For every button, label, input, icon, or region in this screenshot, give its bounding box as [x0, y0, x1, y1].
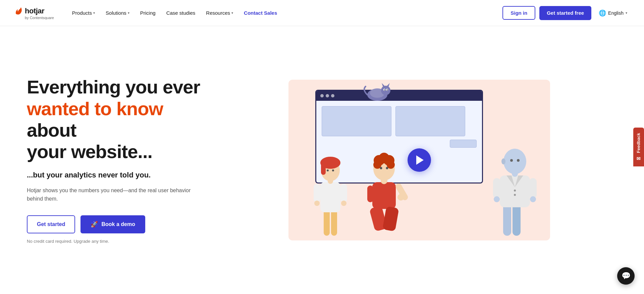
language-chevron-icon: ▾ [626, 11, 627, 15]
svg-point-42 [514, 190, 516, 192]
svg-rect-10 [331, 209, 337, 236]
svg-point-20 [314, 201, 320, 206]
character-bald [493, 139, 537, 240]
character-sitter [359, 145, 409, 240]
svg-rect-15 [321, 161, 326, 175]
globe-icon: 🌐 [599, 9, 606, 17]
rocket-icon: 🚀 [91, 221, 98, 228]
svg-point-45 [503, 149, 526, 174]
browser-dot-2 [326, 94, 329, 97]
nav-pricing[interactable]: Pricing [136, 7, 160, 18]
browser-bar [316, 91, 482, 101]
browser-row-1 [322, 106, 477, 136]
svg-point-7 [384, 89, 385, 90]
nav-resources[interactable]: Resources ▾ [201, 7, 238, 18]
character-woman [309, 145, 352, 240]
svg-point-46 [510, 159, 513, 162]
sign-in-button[interactable]: Sign in [502, 6, 535, 20]
hero-headline-highlight: wanted to know [27, 98, 163, 119]
browser-fake-btn [450, 140, 477, 148]
svg-rect-38 [513, 204, 521, 236]
svg-rect-50 [529, 178, 537, 198]
svg-rect-9 [324, 209, 330, 236]
svg-point-31 [386, 167, 388, 169]
play-button[interactable] [408, 148, 431, 172]
browser-block-2 [395, 106, 465, 136]
hero-content: Everything you ever wanted to know about… [27, 76, 221, 244]
svg-point-17 [332, 169, 334, 171]
svg-point-52 [530, 196, 536, 202]
hotjar-logo-icon [13, 6, 23, 16]
svg-marker-4 [386, 83, 390, 87]
navbar: hotjar by Contentsquare Products ▾ Solut… [0, 0, 644, 26]
play-triangle-icon [416, 155, 424, 165]
logo[interactable]: hotjar by Contentsquare [13, 6, 54, 20]
svg-point-43 [514, 194, 516, 196]
nav-case-studies[interactable]: Case studies [162, 7, 200, 18]
cat-illustration [362, 83, 392, 104]
no-credit-text: No credit card required. Upgrade any tim… [27, 239, 208, 244]
svg-rect-36 [367, 186, 373, 202]
chat-icon: 💬 [622, 272, 631, 280]
svg-point-35 [397, 194, 404, 201]
illustration-container [288, 80, 550, 240]
solutions-chevron-icon: ▾ [128, 11, 129, 15]
logo-brand-text: hotjar [25, 7, 44, 15]
hero-illustration [221, 80, 617, 240]
logo-sub-text: by Contentsquare [25, 16, 54, 20]
hero-section: Everything you ever wanted to know about… [0, 26, 644, 294]
hero-headline: Everything you ever wanted to know about… [27, 76, 208, 163]
get-started-button[interactable]: Get started free [539, 6, 591, 20]
nav-products[interactable]: Products ▾ [67, 7, 100, 18]
browser-dot-3 [331, 94, 334, 97]
svg-point-30 [380, 167, 382, 169]
browser-block-1 [322, 106, 391, 136]
svg-rect-18 [314, 184, 320, 202]
nav-solutions[interactable]: Solutions ▾ [101, 7, 134, 18]
svg-rect-11 [320, 182, 340, 212]
hero-description: Hotjar shows you the numbers you need—an… [27, 186, 208, 203]
svg-point-8 [387, 89, 388, 90]
hero-cta-buttons: Get started 🚀 Book a demo [27, 215, 208, 233]
svg-point-2 [381, 86, 390, 95]
nav-links: Products ▾ Solutions ▾ Pricing Case stud… [67, 7, 502, 19]
resources-chevron-icon: ▾ [231, 11, 233, 15]
language-selector[interactable]: 🌐 English ▾ [595, 7, 631, 19]
feedback-tab[interactable]: ✉ Feedback [633, 128, 644, 166]
svg-point-47 [517, 159, 520, 162]
nav-contact-sales[interactable]: Contact Sales [239, 7, 282, 19]
chat-bubble-button[interactable]: 💬 [617, 267, 635, 285]
svg-point-51 [494, 196, 500, 202]
svg-rect-22 [372, 182, 396, 209]
hero-subheadline: ...but your analytics never told you. [27, 171, 208, 179]
svg-rect-19 [340, 184, 347, 202]
browser-dot-1 [320, 94, 324, 97]
hero-book-demo-button[interactable]: 🚀 Book a demo [80, 215, 145, 233]
nav-right-actions: Sign in Get started free 🌐 English ▾ [502, 6, 631, 20]
svg-marker-3 [382, 83, 385, 87]
hero-get-started-button[interactable]: Get started [27, 215, 75, 233]
svg-rect-49 [493, 178, 500, 198]
products-chevron-icon: ▾ [93, 11, 95, 15]
svg-point-21 [341, 201, 346, 206]
svg-point-48 [501, 158, 505, 164]
svg-rect-37 [503, 204, 511, 236]
svg-point-16 [327, 169, 329, 171]
svg-rect-33 [382, 206, 399, 232]
